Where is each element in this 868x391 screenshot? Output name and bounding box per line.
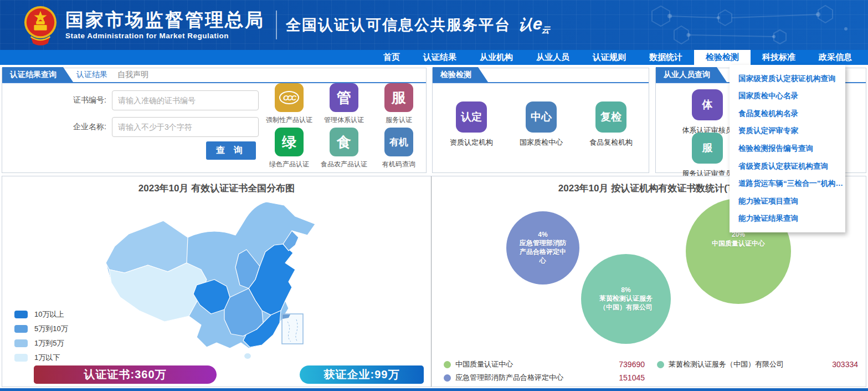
main-nav: 首页 认证结果 从业机构 从业人员 认证规则 数据统计 检验检测 科技标准 政采… <box>0 50 868 65</box>
youji-icon: 有机 <box>384 128 413 156</box>
legend-row: 1万以下 <box>14 353 68 363</box>
map-legend: 10万以上 5万到10万 1万到5万 1万以下 <box>14 309 68 363</box>
ren-e-yun-logo: 认e云 <box>517 14 552 35</box>
company-name-input[interactable] <box>112 117 259 137</box>
site-header: 国家市场监督管理总局 State Administration for Mark… <box>0 0 868 50</box>
shortcut-service-cert[interactable]: 服 服务认证 <box>368 83 429 125</box>
page-bottom-bar <box>0 388 868 391</box>
dropdown-item-proficiency-testing-projects[interactable]: 能力验证项目查询 <box>730 196 845 206</box>
legend-dot <box>444 361 451 368</box>
legend-row: 10万以上 <box>14 309 68 319</box>
nav-item-personnel[interactable]: 从业人员 <box>525 50 581 65</box>
lv-icon: 绿 <box>275 128 304 156</box>
dropdown-item-proficiency-testing-results[interactable]: 能力验证结果查询 <box>730 214 845 224</box>
inspection-dropdown-menu: 国家级资质认定获证机构查询 国家质检中心名录 食品复检机构名录 资质认定评审专家… <box>730 65 845 232</box>
dropdown-item-food-recheck-org-list[interactable]: 食品复检机构名录 <box>730 109 845 119</box>
charts-divider <box>431 176 432 387</box>
cert-query-panel-title: 认证结果查询 <box>2 67 73 82</box>
dropdown-item-road-freight-vehicle-orgs[interactable]: 道路货运车辆“三检合一”机构… <box>730 179 845 189</box>
cert-query-panel: 认证结果查询 认证结果 自我声明 证书编号: 企业名称: 查 询 CCC 强制性… <box>2 68 427 173</box>
map-chart-title: 2023年10月 有效认证证书全国分布图 <box>2 182 431 195</box>
ti-icon: 体 <box>692 89 723 120</box>
legend-swatch <box>14 325 28 333</box>
dropdown-item-provincial-accredited-orgs[interactable]: 省级资质认定获证机构查询 <box>730 161 845 171</box>
cert-number-input[interactable] <box>112 90 259 110</box>
enterprise-count-badge: 获证企业:99万 <box>300 365 424 384</box>
company-name-label: 企业名称: <box>62 122 106 132</box>
inspection-panel-title: 检验检测 <box>433 67 488 82</box>
hexagon-decoration <box>635 0 868 50</box>
shortcut-accredited-institutions[interactable]: 认定 资质认定机构 <box>441 101 502 148</box>
shortcut-food-agri-cert[interactable]: 食 食品农产品认证 <box>314 128 374 169</box>
legend-dot <box>657 361 664 368</box>
search-button[interactable]: 查 询 <box>206 141 256 160</box>
zhongxin-icon: 中心 <box>526 101 557 133</box>
ccc-mark-icon: CCC <box>275 83 304 112</box>
nav-item-statistics[interactable]: 数据统计 <box>638 50 694 65</box>
legend-swatch <box>14 339 28 347</box>
bubble-emergency-mgmt[interactable]: 4%应急管理部消防产品合格评定中心 <box>506 211 579 285</box>
nav-item-inspection[interactable]: 检验检测 <box>694 50 751 65</box>
org-name-cn: 国家市场监督管理总局 <box>65 10 265 30</box>
fu2-icon: 服 <box>692 133 723 164</box>
bubble-tuv-rheinland[interactable]: 8%莱茵检测认证服务（中国）有限公司 <box>581 254 671 344</box>
cert-count-badge: 认证证书:360万 <box>34 365 217 384</box>
shortcut-service-cert-auditors[interactable]: 服 服务认证审查员 <box>677 133 738 179</box>
shortcut-food-recheck-institutions[interactable]: 复检 食品复检机构 <box>581 101 641 148</box>
personnel-panel-title: 从业人员查询 <box>656 67 727 82</box>
shortcut-green-product-cert[interactable]: 绿 绿色产品认证 <box>259 128 320 169</box>
fu-icon: 服 <box>384 83 413 112</box>
nav-item-cert-results[interactable]: 认证结果 <box>412 50 468 65</box>
legend-swatch <box>14 354 28 362</box>
shortcut-ccc-certification[interactable]: CCC 强制性产品认证 <box>259 83 320 125</box>
guan-icon: 管 <box>330 83 358 112</box>
legend-swatch <box>14 311 28 318</box>
nav-item-institutions[interactable]: 从业机构 <box>468 50 525 65</box>
legend-dot <box>444 374 451 382</box>
nav-item-tech-standards[interactable]: 科技标准 <box>751 50 807 65</box>
cert-number-label: 证书编号: <box>62 95 106 105</box>
shortcut-national-quality-centers[interactable]: 中心 国家质检中心 <box>511 101 572 148</box>
dropdown-item-report-number-query[interactable]: 检验检测报告编号查询 <box>730 144 845 154</box>
shortcut-management-system-cert[interactable]: 管 管理体系认证 <box>314 83 374 125</box>
rending-icon: 认定 <box>456 101 487 133</box>
south-china-sea-inset <box>282 314 303 344</box>
tab-self-declaration[interactable]: 自我声明 <box>117 70 148 80</box>
nav-item-cert-rules[interactable]: 认证规则 <box>581 50 638 65</box>
tab-cert-result[interactable]: 认证结果 <box>76 70 107 80</box>
nav-item-procurement[interactable]: 政采信息 <box>807 50 864 65</box>
legend-row: 1万到5万 <box>14 338 68 348</box>
shortcut-organic-code-query[interactable]: 有机 有机码查询 <box>368 128 429 169</box>
china-choropleth-map[interactable] <box>95 196 333 363</box>
org-name-en: State Administration for Market Regulati… <box>65 32 265 40</box>
legend-row: 5万到10万 <box>14 324 68 334</box>
header-divider <box>276 11 277 39</box>
platform-title: 全国认证认可信息公共服务平台 <box>286 15 511 35</box>
national-emblem-logo <box>23 4 58 45</box>
dropdown-item-national-quality-center-list[interactable]: 国家质检中心名录 <box>730 91 845 101</box>
fujian-icon: 复检 <box>595 101 626 133</box>
shortcut-system-cert-auditors[interactable]: 体 体系认证审核员 <box>677 89 738 135</box>
shi-icon: 食 <box>330 128 358 156</box>
dropdown-item-national-accredited-orgs[interactable]: 国家级资质认定获证机构查询 <box>730 74 845 84</box>
nav-item-home[interactable]: 首页 <box>372 50 412 65</box>
dropdown-item-accreditation-experts[interactable]: 资质认定评审专家 <box>730 126 845 136</box>
page: 国家市场监督管理总局 State Administration for Mark… <box>0 0 868 391</box>
inspection-panel: 检验检测 认定 资质认定机构 中心 国家质检中心 复检 食品复检机构 <box>432 68 649 173</box>
